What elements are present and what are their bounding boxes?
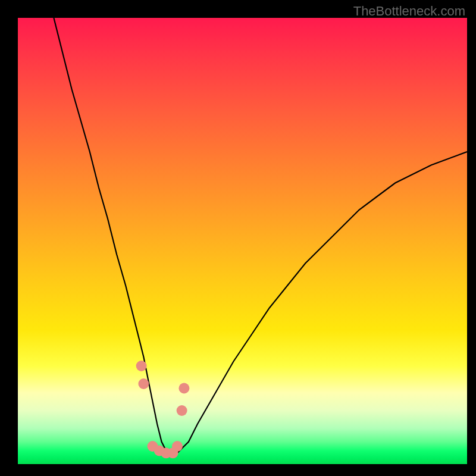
marker-dot bbox=[177, 405, 187, 416]
marker-dot bbox=[138, 378, 149, 389]
marker-dot bbox=[178, 383, 189, 394]
marker-dot bbox=[136, 361, 147, 371]
chart-svg bbox=[18, 18, 467, 464]
bottleneck-curve bbox=[54, 18, 467, 455]
marker-dot bbox=[172, 441, 183, 452]
watermark-text: TheBottleneck.com bbox=[353, 4, 465, 19]
plot-area bbox=[18, 18, 467, 464]
